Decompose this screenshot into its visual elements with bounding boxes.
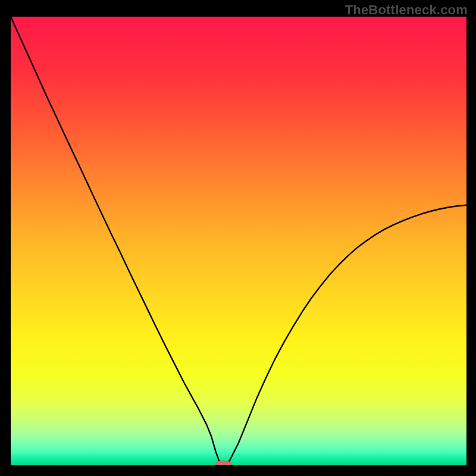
chart-frame: TheBottleneck.com [0, 0, 476, 476]
bottleneck-chart [11, 17, 466, 465]
gradient-background [11, 17, 466, 465]
watermark-text: TheBottleneck.com [345, 2, 468, 18]
plot-area [11, 17, 466, 465]
